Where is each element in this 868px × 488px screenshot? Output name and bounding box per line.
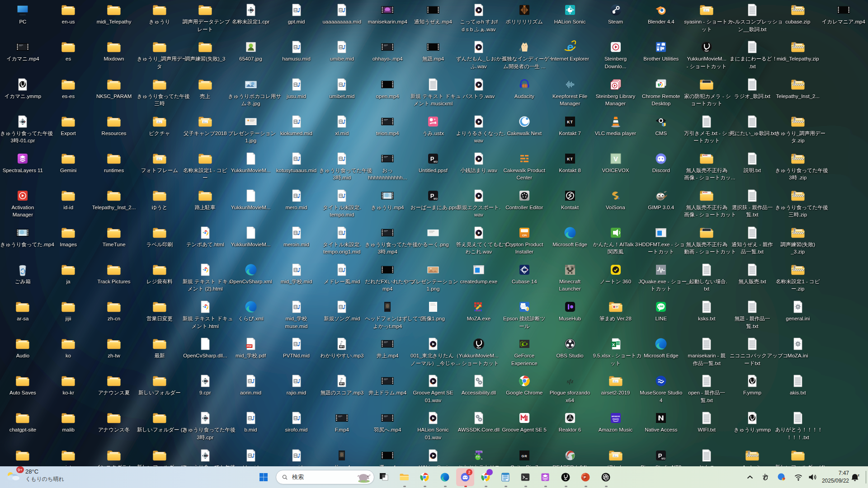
svg-text:z: z [858, 473, 859, 477]
svg-text:P: P [584, 475, 586, 479]
